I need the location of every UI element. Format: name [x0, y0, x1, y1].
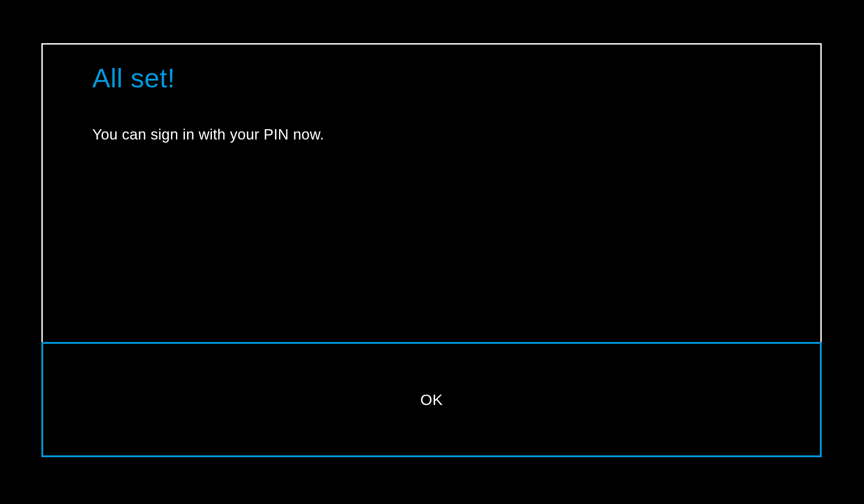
dialog-content: All set! You can sign in with your PIN n… — [43, 45, 820, 143]
dialog-container: All set! You can sign in with your PIN n… — [41, 43, 822, 457]
dialog-title: All set! — [92, 63, 771, 94]
ok-button-label: OK — [420, 391, 443, 409]
ok-button[interactable]: OK — [41, 342, 822, 457]
dialog-message: You can sign in with your PIN now. — [92, 126, 771, 143]
